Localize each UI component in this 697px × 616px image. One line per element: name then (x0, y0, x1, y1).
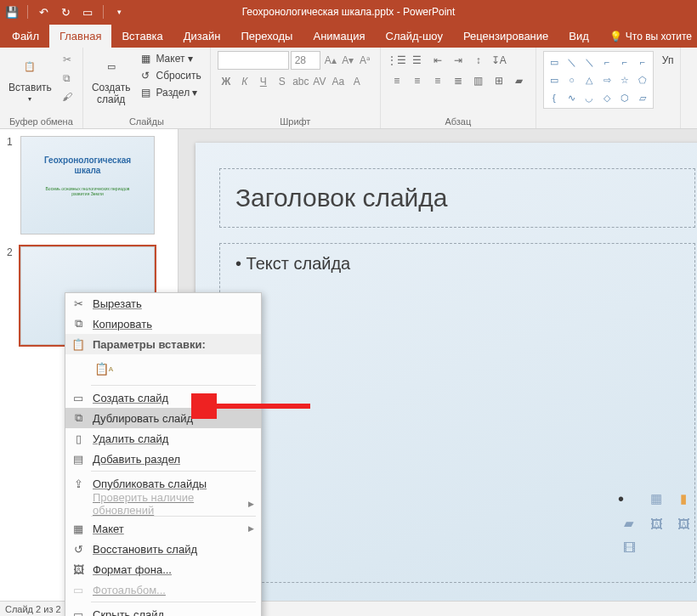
section-button[interactable]: ▤Раздел ▾ (137, 85, 202, 100)
shape-connector-icon[interactable]: ⌐ (598, 54, 615, 71)
shape-arc-icon[interactable]: ◡ (581, 89, 598, 106)
ctx-copy[interactable]: ⧉Копировать (65, 314, 261, 334)
layout-icon: ▦ (71, 521, 86, 536)
ctx-format-background[interactable]: 🖼Формат фона... (65, 559, 261, 579)
insert-smartart-icon[interactable]: ▰ (618, 514, 640, 533)
numbering-icon[interactable]: ☰ (408, 51, 427, 70)
tab-slideshow[interactable]: Слайд-шоу (376, 25, 453, 48)
font-color-icon[interactable]: A (348, 73, 366, 90)
ctx-restore-slide[interactable]: ↺Восстановить слайд (65, 539, 261, 559)
insert-chart-icon[interactable]: ▮ (672, 489, 694, 508)
bullets-icon[interactable]: ⋮☰ (388, 51, 406, 70)
cut-icon[interactable]: ✂ (59, 51, 76, 68)
thumb-2-number: 2 (7, 246, 15, 345)
align-left-icon[interactable]: ≡ (388, 71, 406, 90)
smartart-icon[interactable]: ▰ (510, 71, 529, 90)
justify-icon[interactable]: ≣ (449, 71, 468, 90)
reset-button[interactable]: ↺Сбросить (137, 68, 202, 83)
title-text: Заголовок слайда (235, 184, 448, 212)
increase-indent-icon[interactable]: ⇥ (449, 51, 468, 70)
columns-icon[interactable]: ▥ (469, 71, 488, 90)
shrink-font-icon[interactable]: A▾ (340, 52, 355, 69)
copy-icon[interactable]: ⧉ (59, 70, 76, 87)
slide[interactable]: Заголовок слайда Текст слайда ▦ ▮ ▰ 🖼 🖼 … (196, 143, 697, 601)
tab-file[interactable]: Файл (2, 25, 49, 48)
shape-arrow-icon[interactable]: ⇨ (598, 71, 615, 88)
decrease-indent-icon[interactable]: ⇤ (428, 51, 447, 70)
text-direction-icon[interactable]: ↧A (490, 51, 508, 70)
drawing-more[interactable]: Уп (659, 51, 674, 66)
ctx-layout[interactable]: ▦Макет▶ (65, 518, 261, 539)
shape-connector3-icon[interactable]: ⌐ (634, 54, 651, 71)
photo-album-icon: ▭ (71, 582, 86, 597)
insert-video-icon[interactable]: 🎞 (618, 538, 640, 557)
italic-icon[interactable]: К (236, 73, 253, 90)
format-painter-icon[interactable]: 🖌 (59, 88, 76, 105)
strikethrough-icon[interactable]: S (274, 73, 291, 90)
shadow-icon[interactable]: abc (292, 73, 309, 90)
shape-star-icon[interactable]: ☆ (616, 71, 633, 88)
align-right-icon[interactable]: ≡ (428, 71, 447, 90)
line-spacing-icon[interactable]: ↕ (469, 51, 488, 70)
tab-design[interactable]: Дизайн (173, 25, 231, 48)
tab-home[interactable]: Главная (49, 25, 111, 48)
tab-insert[interactable]: Вставка (111, 25, 173, 48)
shape-brace-icon[interactable]: { (546, 89, 563, 106)
underline-icon[interactable]: Ч (255, 73, 272, 90)
shape-callout-icon[interactable]: ⬠ (634, 71, 651, 88)
clear-formatting-icon[interactable]: Aᵃ (357, 52, 372, 69)
redo-icon[interactable]: ↻ (57, 3, 74, 20)
undo-icon[interactable]: ↶ (35, 3, 52, 20)
grow-font-icon[interactable]: A▴ (322, 52, 337, 69)
clipboard-icon: 📋 (16, 53, 43, 80)
font-size-combo[interactable]: 28 (291, 51, 321, 70)
shape-etc1-icon[interactable]: ◇ (598, 89, 615, 106)
tell-me-search[interactable]: 💡 Что вы хотите (604, 31, 697, 48)
thumb-1-title: Геохронологическая шкала (21, 155, 154, 175)
bold-icon[interactable]: Ж (218, 73, 235, 90)
layout-button[interactable]: ▦Макет ▾ (137, 51, 202, 66)
ctx-delete-slide[interactable]: ▯Удалить слайд (65, 428, 261, 449)
thumb-1[interactable]: Геохронологическая шкала Восемь основных… (20, 136, 155, 235)
ctx-new-slide[interactable]: ▭Создать слайд (65, 387, 261, 408)
paste-keep-formatting-icon[interactable]: 📋A (93, 358, 115, 380)
hide-icon: ▭ (71, 607, 86, 616)
char-spacing-icon[interactable]: AV (311, 73, 328, 90)
insert-online-picture-icon[interactable]: 🖼 (672, 514, 694, 533)
group-clipboard-label: Буфер обмена (7, 115, 76, 127)
align-text-icon[interactable]: ⊞ (490, 71, 508, 90)
shape-rect-icon[interactable]: ▭ (546, 71, 563, 88)
title-placeholder[interactable]: Заголовок слайда (219, 168, 695, 228)
font-name-combo[interactable] (218, 51, 289, 70)
insert-picture-icon[interactable]: 🖼 (645, 514, 667, 533)
shape-etc2-icon[interactable]: ⬡ (616, 89, 633, 106)
new-slide-button[interactable]: ▭ Создать слайд (90, 51, 133, 107)
shapes-gallery[interactable]: ▭ ＼ ＼ ⌐ ⌐ ⌐ ▭ ○ △ ⇨ ☆ ⬠ { ∿ ◡ ◇ ⬡ ▱ (543, 51, 654, 109)
save-icon[interactable]: 💾 (3, 3, 20, 20)
change-case-icon[interactable]: Aa (330, 73, 347, 90)
ctx-duplicate-slide[interactable]: ⧉Дублировать слайд (65, 408, 261, 428)
scissors-icon: ✂ (71, 296, 86, 311)
tab-review[interactable]: Рецензирование (453, 25, 558, 48)
ctx-cut[interactable]: ✂Вырезать (65, 293, 261, 314)
tab-transitions[interactable]: Переходы (230, 25, 303, 48)
tab-view[interactable]: Вид (558, 25, 599, 48)
tab-animations[interactable]: Анимация (303, 25, 375, 48)
shape-oval-icon[interactable]: ○ (564, 71, 581, 88)
shape-line-icon[interactable]: ＼ (564, 54, 581, 71)
body-placeholder[interactable]: Текст слайда ▦ ▮ ▰ 🖼 🖼 🎞 (219, 243, 695, 583)
shape-etc3-icon[interactable]: ▱ (634, 89, 651, 106)
paste-button[interactable]: 📋 Вставить ▾ (7, 51, 54, 105)
shape-curve-icon[interactable]: ∿ (564, 89, 581, 106)
ctx-hide-slide[interactable]: ▭Скрыть слайд (65, 604, 261, 616)
shape-connector2-icon[interactable]: ⌐ (616, 54, 633, 71)
thumb-1-row[interactable]: 1 Геохронологическая шкала Восемь основн… (0, 129, 178, 240)
shape-textbox-icon[interactable]: ▭ (546, 54, 563, 71)
insert-table-icon[interactable]: ▦ (645, 489, 667, 508)
shape-triangle-icon[interactable]: △ (581, 71, 598, 88)
customize-qat-icon[interactable]: ▾ (110, 3, 128, 20)
ctx-add-section[interactable]: ▤Добавить раздел (65, 449, 261, 469)
shape-line2-icon[interactable]: ＼ (581, 54, 598, 71)
start-from-beginning-icon[interactable]: ▭ (79, 3, 96, 20)
align-center-icon[interactable]: ≡ (408, 71, 427, 90)
